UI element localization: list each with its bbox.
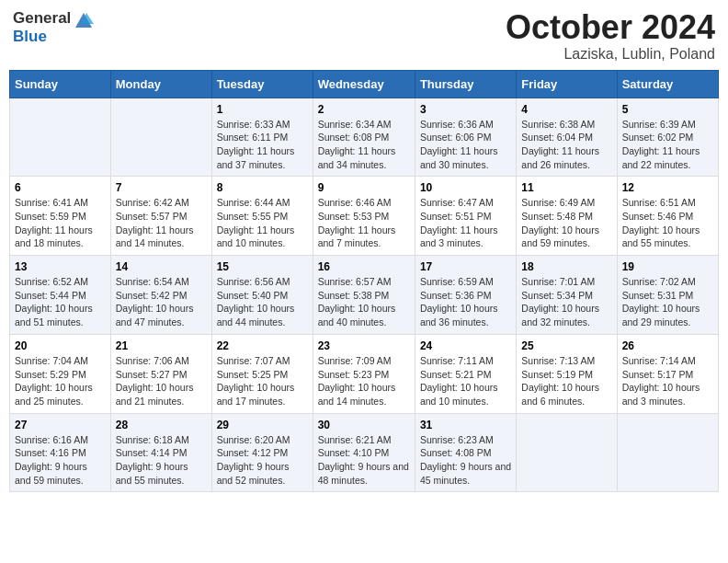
day-info: Sunrise: 7:04 AMSunset: 5:29 PMDaylight:… (15, 354, 106, 408)
day-info: Sunrise: 7:09 AMSunset: 5:23 PMDaylight:… (318, 354, 410, 408)
calendar-day-cell: 26Sunrise: 7:14 AMSunset: 5:17 PMDayligh… (617, 334, 718, 413)
day-info: Sunrise: 6:18 AMSunset: 4:14 PMDaylight:… (116, 433, 207, 488)
day-info: Sunrise: 6:59 AMSunset: 5:36 PMDaylight:… (420, 275, 511, 329)
day-info: Sunrise: 6:49 AMSunset: 5:48 PMDaylight:… (521, 196, 611, 250)
day-info: Sunrise: 7:11 AMSunset: 5:21 PMDaylight:… (420, 354, 511, 408)
calendar-day-cell: 14Sunrise: 6:54 AMSunset: 5:42 PMDayligh… (110, 256, 211, 335)
day-number: 29 (217, 419, 308, 431)
weekday-header: Sunday (10, 70, 111, 98)
day-info: Sunrise: 6:39 AMSunset: 6:02 PMDaylight:… (622, 118, 713, 172)
day-number: 22 (217, 339, 308, 352)
weekday-header: Wednesday (313, 70, 415, 98)
day-info: Sunrise: 6:56 AMSunset: 5:40 PMDaylight:… (217, 275, 308, 329)
day-info: Sunrise: 7:14 AMSunset: 5:17 PMDaylight:… (622, 354, 713, 408)
day-info: Sunrise: 6:16 AMSunset: 4:16 PMDaylight:… (15, 433, 106, 488)
day-info: Sunrise: 6:33 AMSunset: 6:11 PMDaylight:… (217, 118, 308, 172)
day-number: 21 (116, 339, 207, 352)
day-number: 12 (622, 181, 713, 194)
calendar-day-cell: 18Sunrise: 7:01 AMSunset: 5:34 PMDayligh… (517, 256, 617, 335)
calendar-day-cell: 10Sunrise: 6:47 AMSunset: 5:51 PMDayligh… (415, 177, 516, 256)
day-info: Sunrise: 7:01 AMSunset: 5:34 PMDaylight:… (521, 275, 611, 329)
calendar-day-cell: 23Sunrise: 7:09 AMSunset: 5:23 PMDayligh… (313, 334, 415, 413)
weekday-header: Friday (517, 70, 617, 98)
calendar-day-cell: 16Sunrise: 6:57 AMSunset: 5:38 PMDayligh… (313, 256, 415, 335)
day-number: 10 (420, 181, 511, 194)
day-info: Sunrise: 7:02 AMSunset: 5:31 PMDaylight:… (622, 275, 713, 329)
weekday-header: Monday (110, 70, 211, 98)
day-info: Sunrise: 6:54 AMSunset: 5:42 PMDaylight:… (116, 275, 207, 329)
day-number: 16 (318, 260, 410, 273)
day-info: Sunrise: 6:57 AMSunset: 5:38 PMDaylight:… (318, 275, 410, 329)
day-number: 13 (15, 260, 106, 273)
day-number: 18 (521, 260, 611, 273)
calendar-day-cell: 22Sunrise: 7:07 AMSunset: 5:25 PMDayligh… (211, 334, 313, 413)
calendar-day-cell: 25Sunrise: 7:13 AMSunset: 5:19 PMDayligh… (517, 334, 617, 413)
calendar-day-cell: 6Sunrise: 6:41 AMSunset: 5:59 PMDaylight… (10, 177, 111, 256)
day-number: 3 (420, 103, 511, 116)
logo-blue: Blue (13, 28, 71, 46)
calendar-week-row: 13Sunrise: 6:52 AMSunset: 5:44 PMDayligh… (10, 256, 719, 335)
day-number: 8 (217, 181, 308, 194)
calendar-day-cell: 5Sunrise: 6:39 AMSunset: 6:02 PMDaylight… (617, 98, 718, 177)
calendar-week-row: 27Sunrise: 6:16 AMSunset: 4:16 PMDayligh… (10, 413, 719, 492)
day-info: Sunrise: 6:51 AMSunset: 5:46 PMDaylight:… (622, 196, 713, 250)
calendar-day-cell: 20Sunrise: 7:04 AMSunset: 5:29 PMDayligh… (10, 334, 111, 413)
logo-general: General (13, 9, 71, 28)
day-number: 17 (420, 260, 511, 273)
month-title: October 2024 (506, 9, 715, 46)
day-number: 7 (116, 181, 207, 194)
calendar-day-cell: 1Sunrise: 6:33 AMSunset: 6:11 PMDaylight… (211, 98, 313, 177)
day-info: Sunrise: 7:13 AMSunset: 5:19 PMDaylight:… (521, 354, 611, 408)
day-number: 31 (420, 419, 511, 431)
day-info: Sunrise: 6:42 AMSunset: 5:57 PMDaylight:… (116, 196, 207, 250)
day-info: Sunrise: 6:46 AMSunset: 5:53 PMDaylight:… (318, 196, 410, 250)
calendar-week-row: 6Sunrise: 6:41 AMSunset: 5:59 PMDaylight… (10, 177, 719, 256)
day-number: 14 (116, 260, 207, 273)
calendar-day-cell (617, 413, 718, 492)
day-number: 15 (217, 260, 308, 273)
location: Laziska, Lublin, Poland (506, 46, 715, 63)
day-info: Sunrise: 7:07 AMSunset: 5:25 PMDaylight:… (217, 354, 308, 408)
day-info: Sunrise: 6:20 AMSunset: 4:12 PMDaylight:… (217, 433, 308, 488)
weekday-header: Thursday (415, 70, 516, 98)
calendar-day-cell: 11Sunrise: 6:49 AMSunset: 5:48 PMDayligh… (517, 177, 617, 256)
day-number: 11 (521, 181, 611, 194)
day-number: 1 (217, 103, 308, 116)
calendar-day-cell (10, 98, 111, 177)
calendar-day-cell: 3Sunrise: 6:36 AMSunset: 6:06 PMDaylight… (415, 98, 516, 177)
day-info: Sunrise: 6:47 AMSunset: 5:51 PMDaylight:… (420, 196, 511, 250)
title-block: October 2024 Laziska, Lublin, Poland (506, 9, 715, 63)
page-header: General Blue October 2024 Laziska, Lubli… (9, 9, 719, 63)
calendar-day-cell (110, 98, 211, 177)
day-number: 4 (521, 103, 611, 116)
day-info: Sunrise: 6:23 AMSunset: 4:08 PMDaylight:… (420, 433, 511, 488)
day-number: 2 (318, 103, 410, 116)
day-info: Sunrise: 6:34 AMSunset: 6:08 PMDaylight:… (318, 118, 410, 172)
day-number: 5 (622, 103, 713, 116)
day-number: 26 (622, 339, 713, 352)
calendar-day-cell: 17Sunrise: 6:59 AMSunset: 5:36 PMDayligh… (415, 256, 516, 335)
logo: General Blue (13, 9, 94, 45)
calendar-day-cell: 9Sunrise: 6:46 AMSunset: 5:53 PMDaylight… (313, 177, 415, 256)
calendar-day-cell: 21Sunrise: 7:06 AMSunset: 5:27 PMDayligh… (110, 334, 211, 413)
day-number: 23 (318, 339, 410, 352)
day-info: Sunrise: 6:38 AMSunset: 6:04 PMDaylight:… (521, 118, 611, 172)
calendar-day-cell: 4Sunrise: 6:38 AMSunset: 6:04 PMDaylight… (517, 98, 617, 177)
day-number: 20 (15, 339, 106, 352)
day-number: 25 (521, 339, 611, 352)
day-number: 27 (15, 419, 106, 431)
weekday-header: Saturday (617, 70, 718, 98)
calendar-day-cell: 31Sunrise: 6:23 AMSunset: 4:08 PMDayligh… (415, 413, 516, 492)
day-number: 30 (318, 419, 410, 431)
day-info: Sunrise: 6:52 AMSunset: 5:44 PMDaylight:… (15, 275, 106, 329)
calendar-day-cell: 24Sunrise: 7:11 AMSunset: 5:21 PMDayligh… (415, 334, 516, 413)
calendar-day-cell: 30Sunrise: 6:21 AMSunset: 4:10 PMDayligh… (313, 413, 415, 492)
day-info: Sunrise: 6:21 AMSunset: 4:10 PMDaylight:… (318, 433, 410, 488)
calendar-day-cell: 7Sunrise: 6:42 AMSunset: 5:57 PMDaylight… (110, 177, 211, 256)
calendar-day-cell (517, 413, 617, 492)
calendar-table: SundayMondayTuesdayWednesdayThursdayFrid… (9, 70, 719, 493)
day-number: 6 (15, 181, 106, 194)
day-info: Sunrise: 7:06 AMSunset: 5:27 PMDaylight:… (116, 354, 207, 408)
calendar-day-cell: 2Sunrise: 6:34 AMSunset: 6:08 PMDaylight… (313, 98, 415, 177)
day-info: Sunrise: 6:44 AMSunset: 5:55 PMDaylight:… (217, 196, 308, 250)
